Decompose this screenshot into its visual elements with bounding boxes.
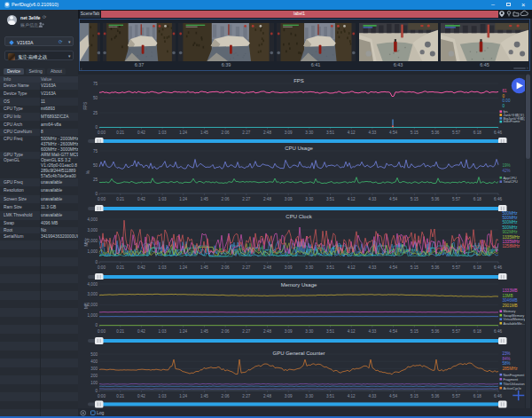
svg-text:6:18: 6:18 — [473, 197, 481, 201]
svg-text:1:03: 1:03 — [159, 197, 167, 201]
svg-text:AvailableMe…: AvailableMe… — [504, 321, 526, 326]
svg-text:500MHz: 500MHz — [503, 225, 519, 230]
svg-text:4,000: 4,000 — [88, 282, 98, 287]
svg-text:5:15: 5:15 — [411, 130, 419, 135]
svg-text:400: 400 — [90, 359, 98, 364]
svg-text:0.00: 0.00 — [503, 99, 511, 103]
svg-text:MHz: MHz — [84, 237, 89, 246]
svg-text:TotalCPU: TotalCPU — [504, 179, 519, 184]
svg-text:0:00: 0:00 — [98, 197, 106, 201]
svg-text:4:33: 4:33 — [368, 394, 376, 398]
svg-text:1:24: 1:24 — [179, 329, 187, 334]
svg-text:0: 0 — [95, 323, 98, 327]
svg-text:1335MHz: 1335MHz — [503, 235, 520, 240]
svg-text:4:12: 4:12 — [348, 197, 356, 201]
svg-text:1:03: 1:03 — [159, 130, 167, 135]
svg-text:6:18: 6:18 — [473, 265, 481, 270]
svg-text:%: % — [86, 170, 90, 174]
svg-text:6:46: 6:46 — [494, 394, 502, 398]
svg-text:0:42: 0:42 — [137, 329, 145, 334]
svg-text:5:36: 5:36 — [431, 197, 439, 201]
svg-text:2:48: 2:48 — [263, 197, 271, 201]
svg-text:5:36: 5:36 — [431, 265, 439, 270]
svg-text:6:18: 6:18 — [473, 394, 481, 398]
svg-text:CPU Clock: CPU Clock — [286, 214, 312, 219]
svg-text:0: 0 — [503, 94, 505, 99]
svg-text:100: 100 — [90, 381, 98, 385]
svg-text:3:09: 3:09 — [285, 394, 293, 398]
svg-text:0: 0 — [95, 192, 98, 196]
svg-text:0:21: 0:21 — [116, 329, 124, 334]
svg-text:5:36: 5:36 — [431, 329, 439, 334]
svg-text:4:33: 4:33 — [368, 265, 376, 270]
svg-text:1:45: 1:45 — [200, 265, 208, 270]
svg-text:0:42: 0:42 — [137, 130, 145, 135]
svg-text:1:24: 1:24 — [179, 394, 187, 398]
svg-text:0:00: 0:00 — [98, 265, 106, 270]
svg-text:1:03: 1:03 — [159, 394, 167, 398]
svg-text:ActiveCycle: ActiveCycle — [504, 386, 521, 390]
svg-text:3:51: 3:51 — [326, 130, 334, 135]
svg-text:4:33: 4:33 — [368, 197, 376, 201]
svg-text:2:27: 2:27 — [242, 394, 250, 398]
svg-text:4:54: 4:54 — [389, 130, 397, 135]
svg-text:50: 50 — [93, 96, 98, 100]
svg-text:InterFrame: InterFrame — [504, 119, 520, 123]
svg-text:Log: Log — [97, 410, 105, 415]
svg-text:2:27: 2:27 — [242, 130, 250, 135]
svg-text:5:57: 5:57 — [452, 265, 460, 270]
svg-text:19%: 19% — [503, 163, 511, 168]
svg-text:0:21: 0:21 — [116, 394, 124, 398]
svg-text:500MHz: 500MHz — [503, 216, 519, 220]
svg-text:0:21: 0:21 — [116, 197, 124, 201]
svg-text:3:51: 3:51 — [326, 265, 334, 270]
svg-text:4:12: 4:12 — [348, 394, 356, 398]
svg-text:1:03: 1:03 — [159, 265, 167, 270]
svg-text:2:27: 2:27 — [242, 329, 250, 334]
svg-text:FPS: FPS — [83, 102, 88, 110]
svg-text:5:15: 5:15 — [411, 265, 419, 270]
svg-text:500MHz: 500MHz — [503, 211, 519, 216]
svg-text:285MHz: 285MHz — [503, 367, 519, 371]
svg-text:3:51: 3:51 — [326, 197, 334, 201]
svg-text:500MHz: 500MHz — [503, 220, 519, 225]
svg-text:2:06: 2:06 — [222, 197, 230, 201]
svg-text:GPU General Counter: GPU General Counter — [272, 351, 325, 356]
svg-text:3:30: 3:30 — [305, 265, 313, 270]
svg-text:25: 25 — [93, 111, 98, 115]
svg-text:1,000: 1,000 — [88, 313, 98, 318]
svg-text:3:51: 3:51 — [326, 394, 334, 398]
svg-text:1,000: 1,000 — [88, 249, 98, 254]
svg-text:2:48: 2:48 — [263, 329, 271, 334]
svg-text:2:06: 2:06 — [222, 394, 230, 398]
svg-text:0: 0 — [95, 125, 98, 130]
svg-text:5:15: 5:15 — [411, 197, 419, 201]
svg-text:50: 50 — [93, 163, 98, 168]
svg-text:0:42: 0:42 — [137, 197, 145, 201]
svg-text:1:24: 1:24 — [179, 197, 187, 201]
svg-text:200: 200 — [90, 374, 98, 378]
svg-text:3:09: 3:09 — [285, 197, 293, 201]
svg-text:4:12: 4:12 — [348, 130, 356, 135]
svg-text:3:09: 3:09 — [285, 130, 293, 135]
svg-text:0:00: 0:00 — [98, 394, 106, 398]
svg-text:0:21: 0:21 — [116, 130, 124, 135]
svg-text:0:42: 0:42 — [137, 394, 145, 398]
svg-text:1:24: 1:24 — [179, 265, 187, 270]
svg-text:1:45: 1:45 — [200, 394, 208, 398]
svg-text:2:06: 2:06 — [222, 265, 230, 270]
svg-text:4:54: 4:54 — [389, 197, 397, 201]
svg-text:0: 0 — [95, 389, 98, 393]
svg-text:3:30: 3:30 — [305, 394, 313, 398]
svg-text:0:00: 0:00 — [98, 130, 106, 135]
svg-text:500: 500 — [90, 352, 98, 357]
svg-text:3,000: 3,000 — [88, 292, 98, 296]
svg-text:Memory Usage: Memory Usage — [281, 282, 317, 288]
svg-text:2:06: 2:06 — [222, 329, 230, 334]
svg-text:3:09: 3:09 — [285, 265, 293, 270]
svg-text:5:36: 5:36 — [431, 130, 439, 135]
svg-text:2:06: 2:06 — [222, 130, 230, 135]
svg-text:6:18: 6:18 — [473, 130, 481, 135]
svg-text:3:09: 3:09 — [285, 329, 293, 334]
svg-text:1333MB: 1333MB — [503, 288, 518, 293]
